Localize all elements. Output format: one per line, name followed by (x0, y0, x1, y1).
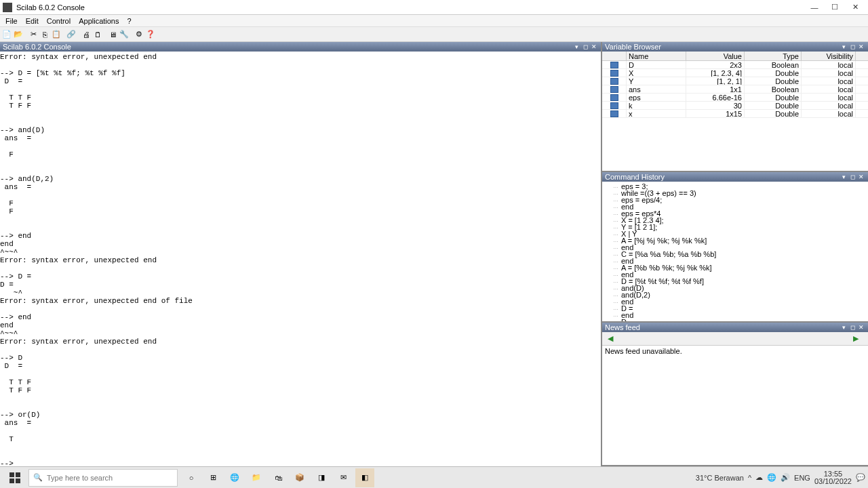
col-icon-header[interactable] (602, 52, 627, 60)
variable-row[interactable]: D2x3Booleanlocal (602, 61, 868, 69)
open-file-icon[interactable]: 📂 (13, 29, 24, 40)
link-icon[interactable]: 🔗 (66, 29, 77, 40)
variable-browser-header: Variable Browser ▾ ◻ ✕ (602, 42, 868, 52)
variable-row[interactable]: eps6.66e-16Doublelocal (602, 94, 868, 102)
print-setup-icon[interactable]: 🗒 (92, 29, 103, 40)
screen-icon[interactable]: 🖥 (107, 29, 118, 40)
titlebar: Scilab 6.0.2 Console — ☐ ✕ (0, 0, 868, 15)
panel-close-icon[interactable]: ✕ (857, 43, 865, 51)
col-type-header[interactable]: Type (745, 52, 802, 60)
panel-close-icon[interactable]: ✕ (857, 323, 865, 331)
mail-icon[interactable]: ✉ (334, 468, 353, 487)
paste-icon[interactable]: 📋 (51, 29, 62, 40)
settings-icon[interactable]: ⚙ (134, 29, 144, 40)
edge-icon[interactable]: 🌐 (225, 468, 244, 487)
menu-help[interactable]: ? (123, 16, 136, 26)
menu-applications[interactable]: Applications (75, 16, 123, 26)
search-input[interactable] (47, 474, 173, 482)
variable-name: Y (627, 77, 686, 85)
next-news-icon[interactable]: ▶ (853, 334, 863, 344)
variable-row[interactable]: x1x15Doublelocal (602, 110, 868, 118)
variable-row[interactable]: Y[1, 2, 1]Doublelocal (602, 77, 868, 85)
variable-type-icon (602, 94, 627, 101)
history-line[interactable]: A = [%b %b %k; %j %k %k] (605, 264, 865, 271)
panel-restore-icon[interactable]: ◻ (848, 173, 856, 181)
copy-icon[interactable]: ⎘ (39, 29, 50, 40)
task-view-icon[interactable]: ⊞ (203, 468, 222, 487)
variable-name: X (627, 69, 686, 77)
variable-table: Name Value Type Visibility D2x3Booleanlo… (602, 52, 868, 171)
language-indicator[interactable]: ENG (794, 474, 810, 482)
cut-icon[interactable]: ✂ (28, 29, 39, 40)
panel-close-icon[interactable]: ✕ (857, 173, 865, 181)
history-line[interactable]: D = (605, 305, 865, 312)
start-button[interactable] (3, 468, 27, 487)
maximize-button[interactable]: ☐ (825, 1, 845, 14)
menu-control[interactable]: Control (43, 16, 75, 26)
col-vis-header[interactable]: Visibility (802, 52, 856, 60)
window-title: Scilab 6.0.2 Console (16, 3, 804, 12)
wrench-icon[interactable]: 🔧 (119, 29, 130, 40)
col-value-header[interactable]: Value (686, 52, 745, 60)
network-icon[interactable]: 🌐 (767, 473, 776, 482)
variable-visibility: local (802, 94, 856, 101)
console-output[interactable]: Error: syntax error, unexpected end --> … (0, 52, 601, 466)
history-line[interactable]: eps = eps/4; (605, 197, 865, 203)
history-line[interactable]: C = [%a %a %b; %a %b %b] (605, 251, 865, 258)
notifications-icon[interactable]: 💬 (856, 473, 865, 482)
panel-minimize-icon[interactable]: ▾ (840, 173, 848, 181)
variable-row[interactable]: k30Doublelocal (602, 102, 868, 110)
variable-value: [1, 2, 1] (686, 77, 745, 85)
command-history-header: Command History ▾ ◻ ✕ (602, 172, 868, 182)
minimize-button[interactable]: — (804, 1, 825, 14)
print-icon[interactable]: 🖨 (81, 29, 92, 40)
variable-value: 6.66e-16 (686, 94, 745, 101)
onedrive-icon[interactable]: ☁ (755, 473, 763, 482)
variable-type-icon (602, 110, 627, 117)
volume-icon[interactable]: 🔊 (781, 473, 790, 482)
explorer-icon[interactable]: 📁 (247, 468, 266, 487)
store-icon[interactable]: 🛍 (269, 468, 288, 487)
cortana-icon[interactable]: ○ (182, 468, 201, 487)
variable-value: 2x3 (686, 61, 745, 68)
svg-rect-3 (16, 479, 20, 483)
variable-row[interactable]: ans1x1Booleanlocal (602, 85, 868, 94)
col-name-header[interactable]: Name (627, 52, 686, 60)
close-button[interactable]: ✕ (845, 1, 865, 14)
prev-news-icon[interactable]: ◀ (608, 334, 617, 344)
menu-edit[interactable]: Edit (22, 16, 43, 26)
panel-restore-icon[interactable]: ◻ (581, 43, 589, 51)
panel-minimize-icon[interactable]: ▾ (572, 43, 580, 51)
history-line[interactable]: D (605, 319, 865, 321)
variable-visibility: local (802, 61, 856, 68)
system-tray: 31°C Berawan ^ ☁ 🌐 🔊 ENG 13:55 03/10/202… (696, 470, 865, 485)
variable-row[interactable]: X[1, 2.3, 4]Doublelocal (602, 69, 868, 77)
scilab-taskbar-icon[interactable]: ◧ (355, 468, 374, 487)
help-icon[interactable]: ❓ (145, 29, 156, 40)
history-line[interactable]: end (605, 312, 865, 319)
tray-chevron-icon[interactable]: ^ (748, 474, 751, 482)
weather-widget[interactable]: 31°C Berawan (696, 474, 744, 482)
history-line[interactable]: and(D,2) (605, 291, 865, 298)
console-panel: Scilab 6.0.2 Console ▾ ◻ ✕ Error: syntax… (0, 42, 602, 466)
history-line[interactable]: Y = [1 2 1]; (605, 224, 865, 230)
panel-restore-icon[interactable]: ◻ (848, 323, 856, 331)
command-history-panel: Command History ▾ ◻ ✕ eps = 3;while =((3… (602, 172, 868, 323)
clock[interactable]: 13:55 03/10/2022 (814, 470, 852, 485)
search-box[interactable]: 🔍 (28, 469, 178, 487)
dropbox-icon[interactable]: 📦 (290, 468, 309, 487)
history-line[interactable]: end (605, 298, 865, 305)
variable-type: Double (745, 77, 802, 85)
news-feed-toolbar: ◀ ▶ (602, 332, 868, 346)
panel-restore-icon[interactable]: ◻ (848, 43, 856, 51)
news-feed-title: News feed (605, 323, 839, 332)
menu-file[interactable]: File (1, 16, 22, 26)
panel-minimize-icon[interactable]: ▾ (840, 323, 848, 331)
variable-type: Double (745, 102, 802, 109)
panel-minimize-icon[interactable]: ▾ (840, 43, 848, 51)
panel-close-icon[interactable]: ✕ (590, 43, 598, 51)
new-file-icon[interactable]: 📄 (1, 29, 12, 40)
history-line[interactable]: A = [%j %j %k; %j %k %k] (605, 237, 865, 244)
vscode-icon[interactable]: ◨ (312, 468, 331, 487)
command-history-list[interactable]: eps = 3;while =((3 + eps) == 3)eps = eps… (602, 182, 868, 321)
